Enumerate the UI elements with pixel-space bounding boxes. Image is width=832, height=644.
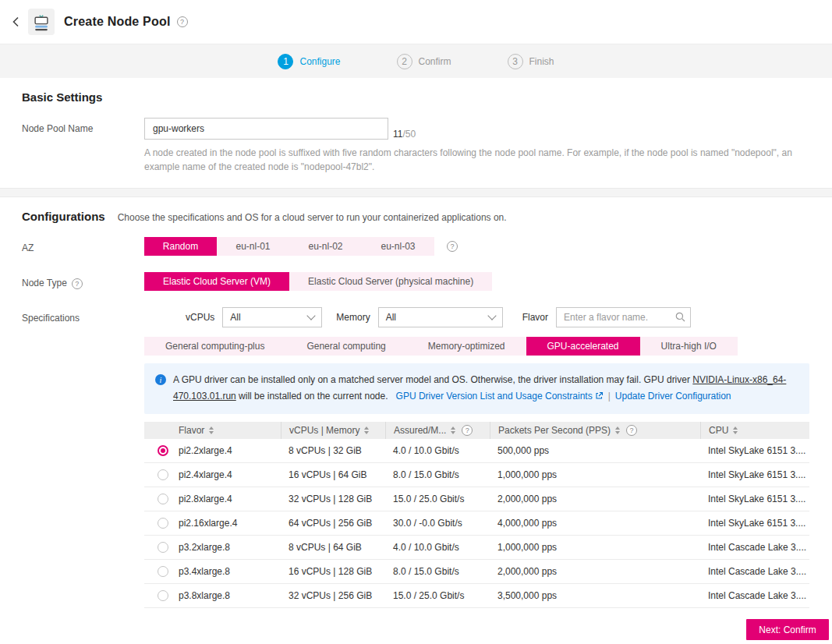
flavor-radio[interactable]	[158, 590, 168, 601]
flavor-category-tabs: General computing-plus General computing…	[144, 337, 738, 356]
flavor-radio[interactable]	[158, 494, 168, 504]
cpu: Intel Cascade Lake 3....	[700, 542, 809, 553]
cpu: Intel Cascade Lake 3....	[700, 590, 809, 601]
node-type-option-vm[interactable]: Elastic Cloud Server (VM)	[144, 272, 289, 291]
az-option-eu-nl-03[interactable]: eu-nl-03	[362, 237, 434, 256]
cpu: Intel Cascade Lake 3....	[700, 566, 809, 577]
vcpus-memory: 64 vCPUs | 256 GiB	[281, 518, 385, 529]
flavor-name: pi2.8xlarge.4	[179, 494, 281, 504]
step-number: 3	[508, 54, 523, 69]
az-help-icon[interactable]	[447, 241, 458, 252]
sort-icon[interactable]	[451, 426, 455, 434]
pps-help-icon[interactable]	[626, 425, 637, 436]
gpu-driver-constraints-link[interactable]: GPU Driver Version List and Usage Constr…	[396, 391, 593, 402]
assured-bandwidth: 15.0 / 25.0 Gbit/s	[385, 494, 490, 504]
flavor-row-p3-8xlarge-8[interactable]: p3.8xlarge.8 32 vCPUs | 256 GiB 15.0 / 2…	[144, 584, 809, 608]
vcpus-memory: 8 vCPUs | 32 GiB	[281, 445, 385, 456]
basic-settings-section: Basic Settings Node Pool Name 11/50 A no…	[0, 78, 832, 188]
sort-icon[interactable]	[209, 426, 214, 434]
flavor-search-input[interactable]	[556, 307, 691, 327]
flavor-radio[interactable]	[158, 542, 168, 553]
step-number: 1	[278, 54, 293, 69]
vcpus-select[interactable]: All	[222, 307, 322, 327]
tab-ultra-high-io[interactable]: Ultra-high I/O	[640, 337, 738, 356]
flavor-table: Flavor vCPUs | Memory Assured/M... Packe…	[144, 422, 809, 608]
cpu-column-header: CPU	[700, 422, 809, 439]
vcpus-selected-value: All	[230, 312, 240, 323]
radio-column-header	[144, 422, 179, 439]
flavor-radio[interactable]	[158, 469, 168, 480]
az-option-random[interactable]: Random	[144, 237, 217, 256]
pps: 1,000,000 pps	[490, 469, 700, 480]
pps: 2,000,000 pps	[490, 566, 700, 577]
node-pool-name-input[interactable]	[144, 118, 388, 140]
memory-label: Memory	[336, 312, 370, 323]
node-pool-name-label: Node Pool Name	[22, 118, 144, 174]
assured-bandwidth: 4.0 / 10.0 Gbit/s	[385, 445, 490, 456]
node-type-option-physical[interactable]: Elastic Cloud Server (physical machine)	[289, 272, 492, 291]
step-confirm: 2 Confirm	[397, 54, 451, 69]
configurations-description: Choose the specifications and OS for a c…	[118, 212, 507, 223]
step-label: Finish	[529, 56, 554, 67]
vcpus-memory: 32 vCPUs | 256 GiB	[281, 590, 385, 601]
vcpus-memory-column-header: vCPUs | Memory	[281, 422, 385, 439]
assured-bandwidth: 8.0 / 15.0 Gbit/s	[385, 566, 490, 577]
page-title: Create Node Pool	[64, 15, 171, 29]
tab-general-computing-plus[interactable]: General computing-plus	[144, 337, 285, 356]
memory-selected-value: All	[386, 312, 396, 323]
wizard-footer: Next: Confirm	[0, 609, 832, 644]
step-configure: 1 Configure	[278, 54, 340, 69]
flavor-row-pi2-16xlarge-4[interactable]: pi2.16xlarge.4 64 vCPUs | 256 GiB 30.0 /…	[144, 511, 809, 536]
back-button[interactable]	[8, 13, 25, 30]
section-divider	[0, 188, 832, 197]
sort-icon[interactable]	[364, 426, 369, 434]
sort-icon[interactable]	[733, 426, 738, 434]
tab-general-computing[interactable]: General computing	[285, 337, 406, 356]
cpu: Intel SkyLake 6151 3....	[700, 469, 809, 480]
step-number: 2	[397, 54, 412, 69]
flavor-row-pi2-2xlarge-4[interactable]: pi2.2xlarge.4 8 vCPUs | 32 GiB 4.0 / 10.…	[144, 439, 809, 463]
specifications-label: Specifications	[22, 307, 144, 327]
assured-bandwidth-help-icon[interactable]	[462, 425, 473, 436]
tab-memory-optimized[interactable]: Memory-optimized	[407, 337, 526, 356]
flavor-row-p3-4xlarge-8[interactable]: p3.4xlarge.8 16 vCPUs | 128 GiB 8.0 / 15…	[144, 560, 809, 584]
title-help-icon[interactable]	[177, 16, 188, 27]
assured-bandwidth: 4.0 / 10.0 Gbit/s	[385, 542, 490, 553]
flavor-column-header: Flavor	[179, 422, 281, 439]
az-option-group: Random eu-nl-01 eu-nl-02 eu-nl-03	[144, 237, 434, 256]
flavor-radio[interactable]	[158, 445, 168, 456]
search-icon[interactable]	[675, 312, 685, 324]
node-type-help-icon[interactable]	[72, 278, 83, 289]
flavor-table-header: Flavor vCPUs | Memory Assured/M... Packe…	[144, 422, 809, 439]
update-driver-configuration-link[interactable]: Update Driver Configuration	[615, 391, 731, 402]
flavor-name: pi2.2xlarge.4	[179, 445, 281, 456]
vcpus-memory: 32 vCPUs | 128 GiB	[281, 494, 385, 504]
tab-gpu-accelerated[interactable]: GPU-accelerated	[526, 337, 640, 356]
external-link-icon	[595, 391, 604, 402]
sort-icon[interactable]	[615, 426, 620, 434]
step-finish: 3 Finish	[508, 54, 554, 69]
flavor-radio[interactable]	[158, 566, 168, 577]
memory-select[interactable]: All	[378, 307, 503, 327]
basic-settings-title: Basic Settings	[22, 90, 810, 104]
pps-column-header: Packets Per Second (PPS)	[490, 422, 700, 439]
step-label: Confirm	[419, 56, 451, 67]
flavor-row-pi2-8xlarge-4[interactable]: pi2.8xlarge.4 32 vCPUs | 128 GiB 15.0 / …	[144, 487, 809, 511]
chevron-down-icon	[307, 311, 316, 320]
flavor-radio[interactable]	[158, 518, 168, 529]
character-counter: 11/50	[393, 129, 416, 140]
flavor-row-pi2-4xlarge-4[interactable]: pi2.4xlarge.4 16 vCPUs | 64 GiB 8.0 / 15…	[144, 463, 809, 487]
node-pool-name-hint: A node created in the node pool is suffi…	[144, 146, 805, 174]
assured-bandwidth: 30.0 / -0.0 Gbit/s	[385, 518, 490, 529]
flavor-row-p3-2xlarge-8[interactable]: p3.2xlarge.8 8 vCPUs | 64 GiB 4.0 / 10.0…	[144, 536, 809, 560]
cpu: Intel SkyLake 6151 3....	[700, 445, 809, 456]
pps: 2,000,000 pps	[490, 494, 700, 504]
pps: 3,500,000 pps	[490, 590, 700, 601]
pps: 1,000,000 pps	[490, 542, 700, 553]
vcpus-label: vCPUs	[186, 312, 214, 323]
az-label: AZ	[22, 237, 144, 256]
az-option-eu-nl-01[interactable]: eu-nl-01	[217, 237, 289, 256]
chevron-down-icon	[487, 311, 496, 320]
az-option-eu-nl-02[interactable]: eu-nl-02	[289, 237, 362, 256]
next-confirm-button[interactable]: Next: Confirm	[746, 619, 829, 640]
